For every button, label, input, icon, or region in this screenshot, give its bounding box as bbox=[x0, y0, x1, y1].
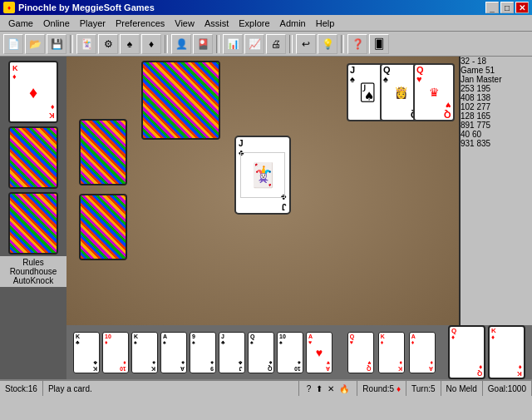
left-panel-stack-2 bbox=[8, 192, 58, 254]
score-header: 32 - 18 bbox=[461, 57, 532, 66]
hand-card-10[interactable]: Q♥ Q♥ bbox=[347, 332, 374, 373]
hand-card-3[interactable]: K♠ K♠ bbox=[131, 332, 158, 373]
hand-card-4[interactable]: A♠ A♠ bbox=[160, 332, 187, 373]
menu-explore[interactable]: Explore bbox=[234, 17, 274, 30]
hand-card-12[interactable]: A♦ A♦ bbox=[409, 332, 436, 373]
hand-card-right-1[interactable]: Q♦ Q♦ bbox=[448, 325, 485, 379]
tb-player[interactable]: 👤 bbox=[171, 34, 191, 54]
game-board[interactable]: J♠ 🂫 J♠ Q♠ 👸 Q♠ Q♥ ♛ Q♥ bbox=[66, 57, 459, 325]
hand-card-11[interactable]: K♦ K♦ bbox=[378, 332, 405, 373]
title-bar: ♦ Pinochle by MeggieSoft Games _ □ ✕ bbox=[0, 0, 532, 15]
status-message: Play a card. bbox=[43, 381, 299, 396]
score-col-header: Jan Master bbox=[461, 75, 532, 84]
left-panel-stack-1 bbox=[8, 126, 58, 189]
tb-cards[interactable]: 🎴 bbox=[193, 34, 213, 54]
status-meld: No Meld bbox=[441, 381, 483, 396]
score-total: 931 835 bbox=[461, 139, 532, 148]
tb-sep4 bbox=[289, 35, 293, 53]
tb-sep1 bbox=[70, 35, 73, 53]
score-row-4: 128 165 bbox=[461, 111, 532, 121]
tb-hint[interactable]: 💡 bbox=[318, 34, 337, 54]
hand-card-right-2[interactable]: K♦ K♦ bbox=[488, 325, 525, 379]
board-stack-1 bbox=[79, 119, 127, 185]
tb-help[interactable]: ❓ bbox=[347, 34, 367, 54]
cross-icon[interactable]: ✕ bbox=[325, 384, 337, 393]
main-area: K♦ K♦ ♦ Rules Roundhouse AutoKnock bbox=[0, 57, 532, 379]
tb-sep2 bbox=[165, 35, 168, 53]
score-panel: 32 - 18 Game 51 Jan Master 253 195 408 1… bbox=[459, 57, 532, 325]
tb-deal[interactable]: 🃏 bbox=[76, 34, 96, 54]
minimize-button[interactable]: _ bbox=[485, 2, 499, 13]
hand-card-7[interactable]: Q♠ Q♠ bbox=[248, 332, 274, 373]
tb-print[interactable]: 🖨 bbox=[266, 34, 286, 54]
tb-sep5 bbox=[341, 35, 344, 53]
left-panel-top-card: K♦ K♦ ♦ bbox=[8, 61, 58, 123]
left-panel: K♦ K♦ ♦ Rules Roundhouse AutoKnock bbox=[0, 57, 66, 379]
tb-save[interactable]: 💾 bbox=[47, 34, 66, 54]
hand-card-6[interactable]: J♣ J♣ bbox=[219, 332, 245, 373]
board-wrapper: J♠ 🂫 J♠ Q♠ 👸 Q♠ Q♥ ♛ Q♥ bbox=[66, 57, 532, 379]
score-subtotal: 891 775 bbox=[461, 121, 532, 130]
app-icon: ♦ bbox=[3, 2, 15, 13]
bottom-hand-area: K♣ K♣ 10♦ 10♦ K♠ K♠ A♠ A♠ 9♠ 9♠ J♣ J♣ bbox=[66, 325, 532, 379]
tb-undo[interactable]: ↩ bbox=[296, 34, 316, 54]
menu-bar: Game Online Player Preferences View Assi… bbox=[0, 15, 532, 32]
center-jack-clubs[interactable]: J♣ J♣ ♣ 🃏 bbox=[234, 136, 291, 215]
status-turn: Turn:5 bbox=[406, 381, 441, 396]
tb-option3[interactable]: ♦ bbox=[141, 34, 161, 54]
board-stack-2 bbox=[79, 194, 127, 260]
tb-stats[interactable]: 📈 bbox=[244, 34, 264, 54]
score-row-3: 102 277 bbox=[461, 102, 532, 111]
close-button[interactable]: ✕ bbox=[515, 2, 529, 13]
status-bar: Stock:16 Play a card. ? ⬆ ✕ 🔥 Round:5 ♦ … bbox=[0, 379, 532, 396]
opponent-card-q-hearts: Q♥ ♛ Q♥ bbox=[413, 63, 455, 121]
opponent-cards-top: J♠ 🂫 J♠ Q♠ 👸 Q♠ Q♥ ♛ Q♥ bbox=[347, 63, 455, 121]
score-game: Game 51 bbox=[461, 66, 532, 75]
hand-card-5[interactable]: 9♠ 9♠ bbox=[190, 332, 216, 373]
menu-online[interactable]: Online bbox=[38, 17, 75, 30]
menu-admin[interactable]: Admin bbox=[275, 17, 311, 30]
tb-score[interactable]: 📊 bbox=[223, 34, 243, 54]
menu-preferences[interactable]: Preferences bbox=[111, 17, 170, 30]
status-goal: Goal:1000 bbox=[483, 381, 532, 396]
tb-option1[interactable]: ⚙ bbox=[98, 34, 118, 54]
hand-card-2[interactable]: 10♦ 10♦ bbox=[102, 332, 129, 373]
maximize-button[interactable]: □ bbox=[500, 2, 514, 13]
menu-game[interactable]: Game bbox=[3, 17, 38, 30]
window-controls: _ □ ✕ bbox=[485, 2, 529, 13]
menu-help[interactable]: Help bbox=[311, 17, 340, 30]
hand-card-1[interactable]: K♣ K♣ bbox=[73, 332, 100, 373]
toolbar: 📄 📂 💾 🃏 ⚙ ♠ ♦ 👤 🎴 📊 📈 🖨 ↩ 💡 ❓ 🂠 bbox=[0, 32, 532, 57]
board-main: J♠ 🂫 J♠ Q♠ 👸 Q♠ Q♥ ♛ Q♥ bbox=[66, 57, 532, 325]
window-title: Pinochle by MeggieSoft Games bbox=[18, 2, 485, 12]
top-center-back-card bbox=[141, 61, 220, 140]
menu-player[interactable]: Player bbox=[75, 17, 111, 30]
status-stock: Stock:16 bbox=[0, 381, 43, 396]
tb-open[interactable]: 📂 bbox=[25, 34, 45, 54]
hand-card-9[interactable]: A♥ A♥ ♥ bbox=[306, 332, 332, 373]
help-icon[interactable]: ? bbox=[304, 384, 314, 393]
score-row-2: 408 138 bbox=[461, 93, 532, 102]
up-icon[interactable]: ⬆ bbox=[313, 384, 325, 393]
score-highlight: 40 60 bbox=[461, 130, 532, 139]
status-round: Round:5 ♦ bbox=[357, 381, 406, 396]
tb-sep3 bbox=[216, 35, 219, 53]
status-icons: ? ⬆ ✕ 🔥 bbox=[299, 381, 358, 396]
menu-view[interactable]: View bbox=[170, 17, 200, 30]
tb-new[interactable]: 📄 bbox=[3, 34, 23, 54]
score-row-1: 253 195 bbox=[461, 84, 532, 93]
menu-assist[interactable]: Assist bbox=[200, 17, 234, 30]
tb-deck-view[interactable]: 🂠 bbox=[369, 34, 389, 54]
tb-option2[interactable]: ♠ bbox=[120, 34, 140, 54]
fire-icon[interactable]: 🔥 bbox=[337, 384, 352, 393]
left-panel-labels: Rules Roundhouse AutoKnock bbox=[0, 256, 66, 287]
hand-card-8[interactable]: 10♠ 10♠ bbox=[277, 332, 303, 373]
